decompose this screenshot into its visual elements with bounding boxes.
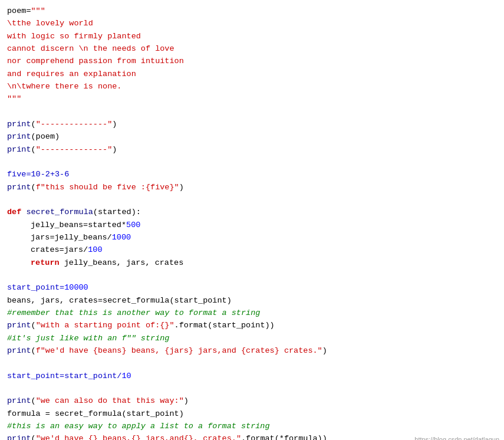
code-line [7,357,497,369]
code-line [7,269,497,281]
code-line: \tthe lovely world [7,17,497,29]
code-line: #it's just like with an f"" string [7,332,497,344]
code-line: print("with a starting point of:{}".form… [7,319,497,331]
code-line: jars=jelly_beans/1000 [7,231,497,244]
code-editor: poem=""" \tthe lovely world with logic s… [0,0,504,440]
code-line: formula = secret_formula(start_point) [7,408,497,420]
code-line: print("we can also do that this way:") [7,395,497,407]
code-line: with logic so firmly planted [7,30,497,42]
code-line [7,193,497,206]
code-line: #remember that this is another way to fo… [7,307,497,319]
code-line: print("--------------") [7,143,497,156]
code-line: start_point=start_point/10 [7,370,497,382]
code-line: poem=""" [7,5,497,17]
code-line: return jelly_beans, jars, crates [7,257,497,269]
code-line [7,106,497,118]
code-line: nor comprehend passion from intuition [7,55,497,67]
code-line [7,156,497,168]
code-line: #this is an easy way to apply a list to … [7,420,497,432]
code-line: start_point=10000 [7,281,497,294]
code-line: jelly_beans=started*500 [7,219,497,231]
watermark: https://blog.csdn.net/datlagun [414,435,499,440]
code-line: print(poem) [7,130,497,143]
code-line: beans, jars, crates=secret_formula(start… [7,294,497,307]
code-line [7,382,497,395]
code-line: print(f"this should be five :{five}") [7,181,497,193]
code-line: print("--------------") [7,118,497,130]
code-line: print(f"we'd have {beans} beans, {jars} … [7,344,497,357]
code-line: five=10-2+3-6 [7,168,497,180]
code-line: \n\twhere there is none. [7,80,497,93]
code-line: and requires an explanation [7,68,497,80]
code-line: """ [7,93,497,105]
code-line: crates=jars/100 [7,244,497,256]
code-line: def secret_formula(started): [7,206,497,218]
code-line: cannot discern \n the needs of love [7,42,497,55]
